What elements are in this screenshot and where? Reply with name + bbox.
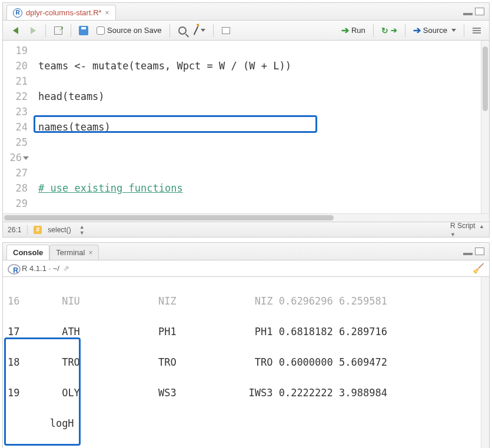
source-on-save-toggle[interactable]: Source on Save (94, 24, 165, 38)
rerun-arrow-icon: ➔ (391, 26, 397, 35)
close-icon[interactable]: × (88, 249, 92, 257)
code-line[interactable]: # use existing functions (38, 180, 487, 196)
editor-toolbar: ↗ Source on Save ➔ Run ↻➔ ➔ Source (3, 21, 489, 41)
line-gutter: 19 20 21 22 23 24 25 26 27 28 29 (3, 41, 36, 213)
run-arrow-icon: ➔ (341, 25, 349, 36)
save-button[interactable] (76, 24, 91, 38)
file-tab[interactable]: R dplyr-columns-start.R* × (6, 5, 116, 20)
chevron-down-icon (201, 29, 205, 32)
console-tab-label: Console (13, 248, 43, 257)
save-icon (79, 26, 88, 35)
editor-tabbar: R dplyr-columns-start.R* × (3, 3, 489, 21)
nav-forward-button[interactable] (25, 24, 41, 38)
updown-icon[interactable]: ▲▼ (79, 224, 85, 236)
console-output[interactable]: 16 NIU NIZ NIZ 0.6296296 6.259581 17 ATH… (3, 277, 489, 448)
editor-pane: R dplyr-columns-start.R* × ↗ Source on S… (2, 2, 490, 238)
outline-icon (473, 28, 481, 34)
notebook-icon (222, 27, 230, 34)
file-type-selector[interactable]: R Script ▲ ▼ (450, 222, 484, 238)
close-icon[interactable]: × (105, 9, 109, 17)
r-file-icon: R (13, 8, 22, 18)
section-badge-icon: # (34, 226, 42, 234)
show-in-new-window-button[interactable]: ↗ (51, 24, 66, 38)
highlight-annotation (34, 115, 317, 133)
source-label: Source (423, 26, 447, 35)
run-label: Run (351, 26, 365, 35)
section-name[interactable]: select() (48, 226, 71, 234)
fold-icon[interactable] (23, 156, 29, 160)
table-row: 16 NIU NIZ NIZ 0.6296296 6.259581 (8, 293, 484, 309)
source-arrow-icon: ➔ (413, 25, 421, 36)
cursor-position: 26:1 (8, 226, 21, 234)
code-tools-button[interactable] (192, 24, 208, 38)
window-controls (463, 248, 489, 255)
r-logo-icon (8, 263, 18, 274)
chevron-down-icon (451, 29, 456, 32)
code-line[interactable]: teams <- mutate(teams, Wpct = W / (W + L… (38, 58, 487, 73)
tab-console[interactable]: Console (6, 245, 49, 260)
arrow-right-icon (31, 27, 36, 34)
terminal-tab-label: Terminal (56, 248, 85, 257)
maximize-icon[interactable] (475, 248, 484, 255)
code-line[interactable] (38, 150, 487, 165)
find-button[interactable] (175, 24, 190, 38)
editor-horizontal-scrollbar[interactable] (3, 213, 489, 222)
maximize-icon[interactable] (475, 8, 484, 15)
code-line[interactable]: head(teams) (38, 89, 487, 104)
source-button[interactable]: ➔ Source (410, 24, 459, 38)
tab-terminal[interactable]: Terminal × (49, 245, 99, 260)
arrow-left-icon (13, 27, 18, 34)
editor-statusbar: 26:1 # select() ▲▼ R Script ▲ ▼ (3, 222, 489, 237)
editor-vertical-scrollbar[interactable] (481, 41, 489, 213)
run-button[interactable]: ➔ Run (338, 24, 368, 38)
search-icon (178, 26, 187, 35)
file-tab-label: dplyr-columns-start.R* (26, 8, 102, 17)
highlight-annotation (4, 337, 81, 446)
compile-report-button[interactable] (218, 24, 234, 38)
r-version-label: R 4.1.1 · ~/ (22, 264, 59, 273)
code-area[interactable]: teams <- mutate(teams, Wpct = W / (W + L… (36, 41, 489, 213)
minimize-icon[interactable] (463, 253, 473, 255)
checkbox-icon (97, 26, 105, 35)
window-controls (463, 8, 489, 15)
popout-icon[interactable]: ⇗ (63, 264, 69, 273)
popout-icon: ↗ (54, 26, 62, 35)
rerun-button[interactable]: ↻➔ (378, 24, 400, 38)
rerun-icon: ↻ (381, 26, 388, 35)
console-vertical-scrollbar[interactable] (481, 277, 489, 448)
source-on-save-label: Source on Save (107, 26, 162, 35)
table-row: 17 ATH PH1 PH1 0.6818182 6.289716 (8, 324, 484, 339)
console-infobar: R 4.1.1 · ~/ ⇗ 🧹 (3, 260, 489, 277)
nav-back-button[interactable] (8, 24, 23, 38)
editor-body[interactable]: 19 20 21 22 23 24 25 26 27 28 29 teams <… (3, 41, 489, 213)
clear-console-button[interactable]: 🧹 (473, 263, 484, 274)
console-pane: Console Terminal × R 4.1.1 · ~/ ⇗ 🧹 16 N… (2, 242, 490, 448)
minimize-icon[interactable] (463, 13, 473, 15)
console-tabbar: Console Terminal × (3, 243, 489, 260)
wand-icon (193, 26, 198, 35)
outline-button[interactable] (469, 24, 484, 38)
